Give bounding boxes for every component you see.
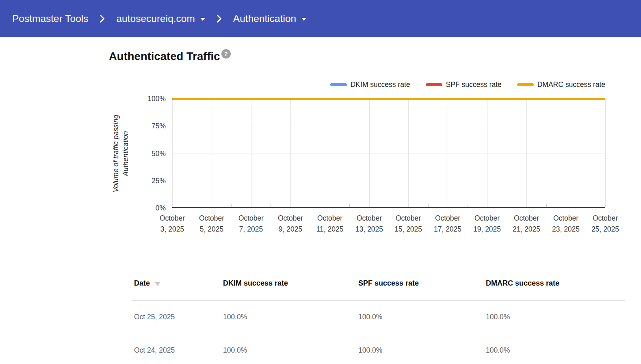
column-header-dmarc-success-rate[interactable]: DMARC success rate — [486, 279, 559, 288]
column-header-spf-success-rate[interactable]: SPF success rate — [358, 279, 419, 288]
gridline-vertical — [330, 99, 330, 207]
x-tick-label: October13, 2025 — [347, 213, 392, 235]
chevron-right-icon — [217, 14, 222, 23]
y-tick-label: 0% — [133, 204, 166, 212]
breadcrumb-item-authentication-dropdown[interactable]: Authentication — [233, 13, 306, 24]
x-axis-minor-tick — [546, 204, 547, 207]
chart-legend: DKIM success rateSPF success rateDMARC s… — [172, 80, 605, 89]
gridline-vertical — [487, 99, 487, 207]
column-header-dkim-success-rate[interactable]: DKIM success rate — [223, 279, 288, 288]
y-tick-label: 100% — [133, 94, 166, 103]
breadcrumb-item-postmaster-tools[interactable]: Postmaster Tools — [12, 13, 88, 24]
column-header-label: DMARC success rate — [486, 279, 559, 288]
gridline-vertical — [566, 99, 566, 207]
breadcrumb-item-domain-dropdown[interactable]: autosecureiq.com — [116, 13, 205, 24]
gridline-horizontal — [172, 126, 605, 126]
y-tick-label: 50% — [133, 149, 166, 158]
x-tick-label: October21, 2025 — [504, 213, 549, 235]
legend-item-dmarc: DMARC success rate — [517, 80, 605, 89]
y-axis-title-line2: Authentication — [121, 101, 130, 206]
gridline-vertical — [526, 99, 527, 207]
legend-swatch — [517, 83, 534, 86]
column-header-label: DKIM success rate — [223, 279, 288, 288]
plot-area — [172, 99, 605, 208]
sort-descending-icon — [155, 282, 160, 286]
series-line-dmarc — [172, 98, 605, 100]
x-axis-minor-tick — [349, 204, 350, 207]
legend-item-dkim: DKIM success rate — [330, 80, 410, 89]
gridline-vertical — [605, 99, 606, 207]
x-tick-label: October15, 2025 — [386, 213, 431, 235]
legend-label: DMARC success rate — [537, 80, 605, 89]
x-axis-minor-tick — [468, 204, 468, 207]
breadcrumb-label: Postmaster Tools — [12, 13, 88, 24]
x-tick-label: October11, 2025 — [308, 213, 352, 235]
cell-dkim: 100.0% — [223, 313, 247, 321]
x-tick-label: October19, 2025 — [465, 213, 509, 235]
gridline-vertical — [251, 99, 251, 207]
gridline-horizontal — [172, 181, 605, 181]
page-title-text: Authenticated Traffic — [109, 50, 220, 63]
caret-down-icon — [301, 18, 306, 21]
gridline-vertical — [172, 99, 173, 207]
cell-date: Oct 24, 2025 — [134, 346, 175, 355]
legend-label: SPF success rate — [446, 80, 502, 89]
cell-dkim: 100.0% — [223, 346, 247, 355]
breadcrumb-label: Authentication — [233, 13, 296, 24]
gridline-vertical — [369, 99, 370, 207]
app-header: Postmaster Tools autosecureiq.com Authen… — [0, 0, 641, 37]
caret-down-icon — [200, 18, 205, 21]
legend-label: DKIM success rate — [351, 80, 410, 89]
chevron-right-icon — [100, 14, 105, 23]
legend-item-spf: SPF success rate — [426, 80, 502, 89]
column-header-label: SPF success rate — [358, 279, 419, 288]
x-tick-label: October7, 2025 — [229, 213, 273, 235]
x-tick-label: October23, 2025 — [544, 213, 588, 235]
x-axis-minor-tick — [586, 204, 586, 207]
cell-dmarc: 100.0% — [486, 313, 510, 321]
x-axis-minor-tick — [310, 204, 310, 207]
x-tick-label: October25, 2025 — [583, 213, 628, 235]
gridline-vertical — [290, 99, 291, 207]
breadcrumb: Postmaster Tools autosecureiq.com Authen… — [12, 13, 306, 24]
x-axis-minor-tick — [231, 204, 232, 207]
cell-dmarc: 100.0% — [486, 346, 510, 355]
breadcrumb-label: autosecureiq.com — [116, 13, 195, 24]
gridline-vertical — [212, 99, 212, 207]
y-axis-title: Volume of traffic passing Authentication — [111, 101, 130, 206]
x-axis-minor-tick — [192, 204, 192, 207]
column-header-date[interactable]: Date — [134, 279, 160, 288]
x-tick-label: October3, 2025 — [150, 213, 195, 235]
x-tick-label: October17, 2025 — [425, 213, 470, 235]
cell-spf: 100.0% — [358, 346, 382, 355]
cell-spf: 100.0% — [358, 313, 382, 321]
help-icon[interactable]: ? — [221, 49, 231, 58]
gridline-vertical — [408, 99, 409, 207]
gridline-horizontal — [172, 154, 605, 154]
x-axis-minor-tick — [428, 204, 429, 207]
cell-date: Oct 25, 2025 — [134, 313, 175, 321]
x-axis-minor-tick — [271, 204, 271, 207]
page: Postmaster Tools autosecureiq.com Authen… — [0, 0, 641, 364]
table-divider — [132, 300, 625, 301]
legend-swatch — [330, 83, 347, 86]
page-title: Authenticated Traffic ? — [109, 50, 231, 63]
y-tick-label: 25% — [133, 176, 166, 185]
y-tick-label: 75% — [133, 121, 166, 130]
x-tick-label: October9, 2025 — [268, 213, 313, 235]
legend-swatch — [426, 83, 442, 86]
x-axis-minor-tick — [507, 204, 507, 207]
y-axis-title-line1: Volume of traffic passing — [111, 101, 121, 206]
column-header-label: Date — [134, 279, 150, 288]
x-tick-label: October5, 2025 — [189, 213, 234, 235]
x-axis-minor-tick — [389, 204, 389, 207]
gridline-vertical — [448, 99, 448, 207]
